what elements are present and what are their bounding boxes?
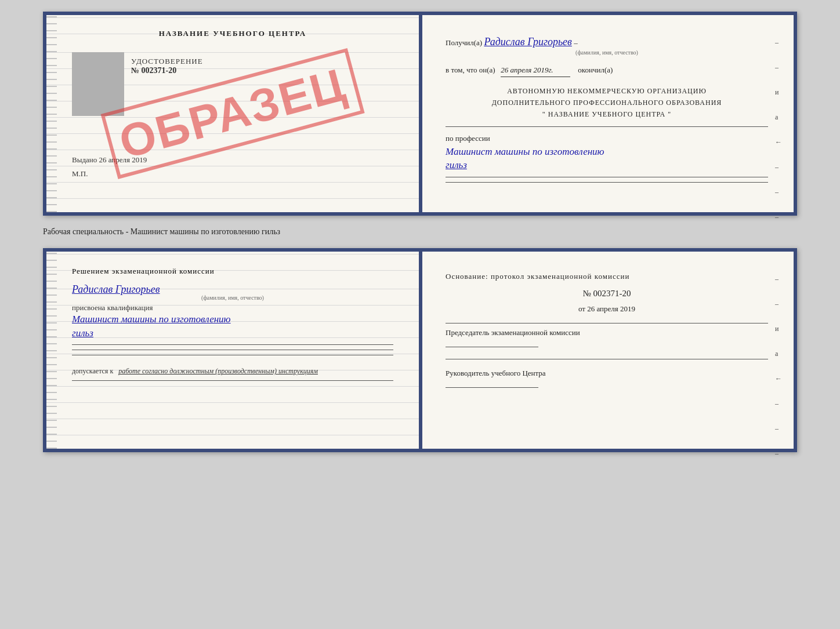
bmark-arrow: ← <box>775 375 782 383</box>
uch-center-title: НАЗВАНИЕ УЧЕБНОГО ЦЕНТРА <box>72 29 393 38</box>
page-container: НАЗВАНИЕ УЧЕБНОГО ЦЕНТРА УДОСТОВЕРЕНИЕ №… <box>12 12 828 452</box>
poluchil-prefix: Получил(а) <box>446 38 482 47</box>
mark-arrow: ← <box>775 138 782 147</box>
rukovoditel-signature-line <box>446 387 538 388</box>
bdash-4: – <box>775 424 782 433</box>
dash-5: – <box>775 213 782 221</box>
dopusk-prefix: допускается к <box>72 367 113 375</box>
fio-hint-top: (фамилия, имя, отчество) <box>446 48 768 57</box>
vtom-prefix: в том, что он(а) <box>446 66 495 74</box>
bottom-certificate-book: Решением экзаменационной комиссии Радисл… <box>43 248 797 452</box>
side-marks-top: – – и а ← – – – <box>775 38 782 221</box>
dopuskaetsya-line: допускается к работе согласно должностны… <box>72 367 393 376</box>
osnov-block: Основание: протокол экзаменационной коми… <box>446 270 768 283</box>
bmark-a: а <box>775 350 782 358</box>
rukovoditel-block: Руководитель учебного Центра <box>446 369 768 390</box>
caption-line: Рабочая специальность - Машинист машины … <box>43 225 797 239</box>
predsedatel-label: Председатель экзаменационной комиссии <box>446 328 768 337</box>
poluchil-line: Получил(а) Радислав Григорьев – (фамилия… <box>446 34 768 57</box>
dash-2: – <box>775 63 782 72</box>
predsedatel-block: Председатель экзаменационной комиссии <box>446 328 768 350</box>
dash-4: – <box>775 188 782 197</box>
bottom-right-content: Основание: протокол экзаменационной коми… <box>434 266 780 395</box>
divider-3 <box>446 182 768 183</box>
top-certificate-book: НАЗВАНИЕ УЧЕБНОГО ЦЕНТРА УДОСТОВЕРЕНИЕ №… <box>43 12 797 216</box>
profession-block: по профессии Машинист машины по изготовл… <box>446 133 768 172</box>
top-right-content: Получил(а) Радислав Григорьев – (фамилия… <box>434 29 780 192</box>
po-professii-label: по профессии <box>446 133 768 145</box>
bottom-left-panel: Решением экзаменационной комиссии Радисл… <box>46 252 420 449</box>
dash-after-name: – <box>574 38 578 47</box>
protocol-number: № 002371-20 <box>446 289 768 299</box>
vydano-line: Выдано 26 апреля 2019 <box>72 155 393 165</box>
divider-2 <box>446 177 768 177</box>
ot-date-value: 26 апреля 2019 <box>587 304 635 313</box>
bdash-5: – <box>775 449 782 458</box>
side-marks-bottom: – – и а ← – – – <box>775 275 782 458</box>
mark-a: а <box>775 113 782 122</box>
divider-bottom-4 <box>72 380 393 381</box>
prisvoena-line: присвоена квалификация <box>72 303 393 312</box>
predsedatel-signature-line <box>446 347 538 347</box>
rukovoditel-label: Руководитель учебного Центра <box>446 369 768 378</box>
vydano-text: Выдано <box>72 155 97 164</box>
ot-date-line: от 26 апреля 2019 <box>446 304 768 314</box>
divider-right-2 <box>446 359 768 359</box>
profession-text-line2: гильз <box>446 158 768 172</box>
vtom-line: в том, что он(а) 26 апреля 2019г. окончи… <box>446 64 768 77</box>
photo-placeholder <box>72 52 124 116</box>
bdash-1: – <box>775 275 782 283</box>
bottom-left-content: Решением экзаменационной комиссии Радисл… <box>60 266 405 381</box>
kvali-line2: гильз <box>72 326 393 340</box>
bottom-right-panel: Основание: протокол экзаменационной коми… <box>420 252 794 449</box>
bdash-3: – <box>775 399 782 408</box>
org-line2: ДОПОЛНИТЕЛЬНОГО ПРОФЕССИОНАЛЬНОГО ОБРАЗО… <box>446 97 768 108</box>
mp-label: М.П. <box>72 169 393 179</box>
recipient-name-bottom: Радислав Григорьев <box>72 283 393 296</box>
recipient-name-top: Радислав Григорьев <box>484 36 572 48</box>
resheniem-line: Решением экзаменационной комиссии <box>72 266 393 278</box>
divider-bottom-3 <box>72 355 393 355</box>
org-block: АВТОНОМНУЮ НЕКОММЕРЧЕСКУЮ ОРГАНИЗАЦИЮ ДО… <box>446 85 768 121</box>
okonchil-text: окончил(а) <box>578 66 613 74</box>
vydano-date: 26 апреля 2019 <box>99 155 147 164</box>
bmark-i: и <box>775 325 782 333</box>
udost-number: № 002371-20 <box>131 66 203 75</box>
binding-lines-left <box>46 15 57 212</box>
dopusk-text: работе согласно должностным (производств… <box>118 367 318 375</box>
top-left-panel: НАЗВАНИЕ УЧЕБНОГО ЦЕНТРА УДОСТОВЕРЕНИЕ №… <box>46 15 420 212</box>
binding-lines-bottom-left <box>46 252 57 449</box>
divider-bottom-1 <box>72 344 393 345</box>
udostoverenie-label: УДОСТОВЕРЕНИЕ <box>131 57 203 66</box>
top-right-panel: Получил(а) Радислав Григорьев – (фамилия… <box>420 15 794 212</box>
divider-bottom-2 <box>72 350 393 350</box>
bdash-2: – <box>775 300 782 308</box>
profession-text-line1: Машинист машины по изготовлению <box>446 145 768 159</box>
divider-right-1 <box>446 323 768 323</box>
top-left-content: НАЗВАНИЕ УЧЕБНОГО ЦЕНТРА УДОСТОВЕРЕНИЕ №… <box>60 29 405 179</box>
divider-1 <box>446 126 768 127</box>
org-line3: " НАЗВАНИЕ УЧЕБНОГО ЦЕНТРА " <box>446 108 768 120</box>
org-line1: АВТОНОМНУЮ НЕКОММЕРЧЕСКУЮ ОРГАНИЗАЦИЮ <box>446 85 768 97</box>
kvali-line1: Машинист машины по изготовлению <box>72 312 393 326</box>
dash-1: – <box>775 38 782 47</box>
vtom-date: 26 апреля 2019г. <box>501 64 570 77</box>
ot-prefix: от <box>578 304 585 313</box>
dash-3: – <box>775 163 782 172</box>
mark-i: и <box>775 88 782 97</box>
osnov-prefix: Основание: протокол экзаменационной коми… <box>446 272 629 281</box>
